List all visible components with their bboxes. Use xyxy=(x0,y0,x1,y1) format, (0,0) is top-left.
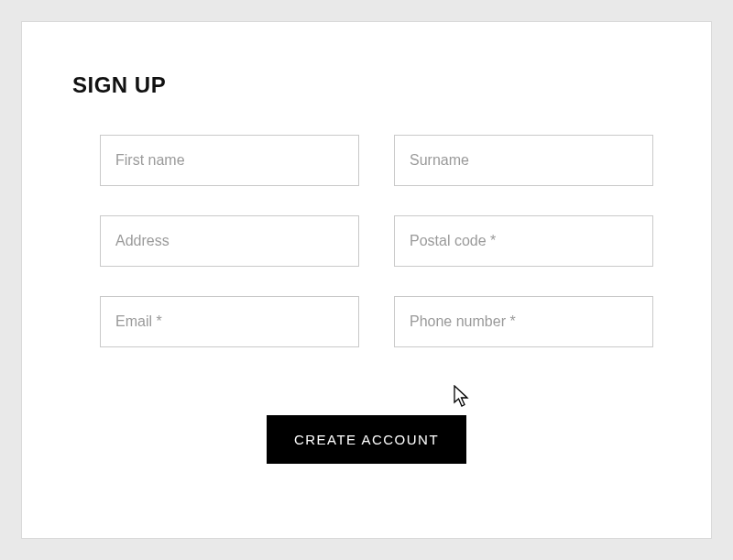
phone-field[interactable] xyxy=(394,296,653,347)
signup-card: SIGN UP CREATE ACCOUNT xyxy=(21,21,712,539)
submit-wrap: CREATE ACCOUNT xyxy=(72,415,661,464)
create-account-button[interactable]: CREATE ACCOUNT xyxy=(267,415,466,464)
surname-field[interactable] xyxy=(394,135,653,186)
postal-code-field[interactable] xyxy=(394,215,653,267)
address-field[interactable] xyxy=(100,215,359,267)
signup-form xyxy=(72,135,661,347)
first-name-field[interactable] xyxy=(100,135,359,186)
page-title: SIGN UP xyxy=(72,72,661,98)
email-field[interactable] xyxy=(100,296,359,347)
